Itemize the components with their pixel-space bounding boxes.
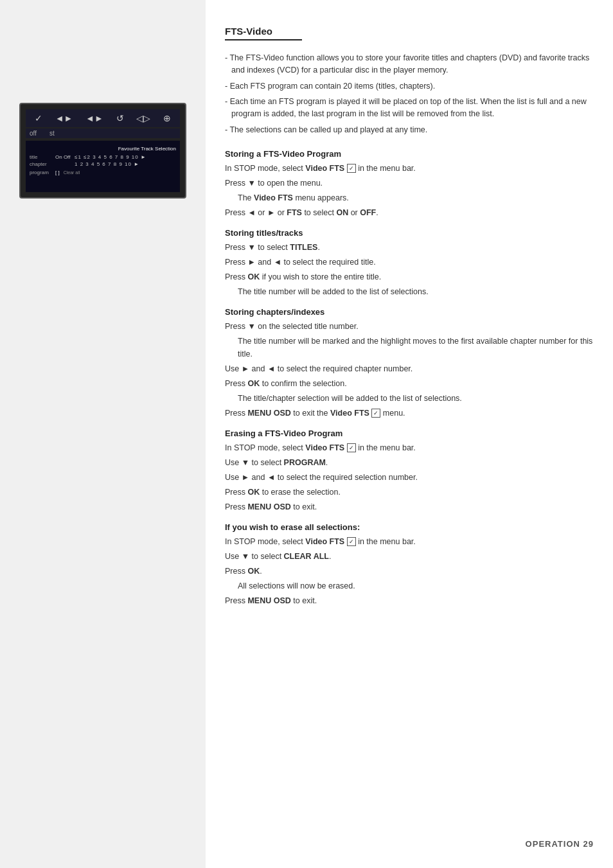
para-0-2: The Video FTS menu appears. [225,191,594,204]
para-1-0: Press ▼ to select TITLES. [225,241,594,254]
screen-body: Favourite Track Selection title On Off ≤… [26,141,180,192]
rewind-icon: ◄► [55,113,73,123]
para-0-3: Press ◄ or ► or FTS to select ON or OFF. [225,206,594,219]
title-nums: ≤1 ≤2 3 4 5 6 7 8 9 10 ► [75,154,176,160]
para-4-0: In STOP mode, select Video FTS ✓ in the … [225,535,594,548]
para-3-2: Use ► and ◄ to select the required selec… [225,471,594,484]
intro-list: - The FTS-Video function allows you to s… [225,52,594,136]
intro-item-1: - The FTS-Video function allows you to s… [225,52,594,76]
para-4-3: All selections will now be erased. [225,580,594,592]
on-off-label: On Off [55,154,75,160]
para-4-2: Press OK. [225,565,594,578]
para-2-2: Use ► and ◄ to select the required chapt… [225,362,594,375]
screen-row-chapter: chapter 1 2 3 4 5 6 7 8 9 10 ► [30,161,176,167]
clear-all-label: Clear all [64,170,80,175]
para-1-2: Press OK if you wish to store the entire… [225,270,594,283]
section-erasing-fts-title: Erasing a FTS-Video Program [225,429,594,438]
para-3-3: Press OK to erase the selection. [225,486,594,499]
section-storing-fts: Storing a FTS-Video Program In STOP mode… [225,149,594,219]
screen-top-bar: ✓ ◄► ◄► ↺ ◁▷ ⊕ [26,109,180,127]
para-2-1: The title number will be marked and the … [225,335,594,360]
para-2-3: Press OK to confirm the selection. [225,377,594,390]
para-4-1: Use ▼ to select CLEAR ALL. [225,550,594,563]
section-storing-chapters-title: Storing chapters/indexes [225,307,594,317]
para-1-1: Press ► and ◄ to select the required tit… [225,256,594,269]
program-brackets: [ ] [55,170,60,175]
skip-icon: ◁▷ [136,113,150,123]
check-icon-0: ✓ [347,164,356,173]
section-storing-chapters: Storing chapters/indexes Press ▼ on the … [225,307,594,420]
audio-icon: ◄► [85,113,103,123]
check-icon-3: ✓ [347,537,356,546]
screen-labels: off st [26,128,180,138]
left-panel: ✓ ◄► ◄► ↺ ◁▷ ⊕ off st Favourite Track Se… [0,0,206,868]
para-2-5: Press MENU OSD to exit the Video FTS ✓ m… [225,407,594,420]
page-number: OPERATION 29 [526,839,594,849]
para-2-0: Press ▼ on the selected title number. [225,320,594,333]
screen-row-title: title On Off ≤1 ≤2 3 4 5 6 7 8 9 10 ► [30,154,176,160]
right-panel: FTS-Video - The FTS-Video function allow… [206,0,613,868]
para-3-0: In STOP mode, select Video FTS ✓ in the … [225,441,594,454]
para-0-1: Press ▼ to open the menu. [225,177,594,190]
page-title: FTS-Video [225,26,302,40]
fav-track-title: Favourite Track Selection [30,146,176,152]
para-1-3: The title number will be added to the li… [225,285,594,298]
para-3-4: Press MENU OSD to exit. [225,500,594,513]
section-storing-titles-title: Storing titles/tracks [225,228,594,238]
para-4-4: Press MENU OSD to exit. [225,594,594,607]
plus-icon: ⊕ [163,113,171,123]
section-storing-fts-title: Storing a FTS-Video Program [225,149,594,159]
intro-item-3: - Each time an FTS program is played it … [225,96,594,120]
intro-section: - The FTS-Video function allows you to s… [225,52,594,136]
program-label: program [30,170,55,175]
screen-image: ✓ ◄► ◄► ↺ ◁▷ ⊕ off st Favourite Track Se… [19,103,186,199]
section-storing-titles: Storing titles/tracks Press ▼ to select … [225,228,594,298]
check-icon-2: ✓ [347,443,356,452]
checkmark-icon: ✓ [35,113,42,123]
title-row-label: title [30,154,55,160]
section-erasing-fts: Erasing a FTS-Video Program In STOP mode… [225,429,594,513]
check-icon-1: ✓ [371,409,380,418]
chapter-row-label: chapter [30,161,55,167]
intro-item-4: - The selections can be called up and pl… [225,124,594,136]
repeat-icon: ↺ [116,113,124,123]
section-erase-all-title: If you wish to erase all selections: [225,522,594,532]
para-2-4: The title/chapter selection will be adde… [225,392,594,405]
section-erase-all: If you wish to erase all selections: In … [225,522,594,607]
para-3-1: Use ▼ to select PROGRAM. [225,456,594,469]
intro-item-2: - Each FTS program can contain 20 items … [225,80,594,93]
para-0-0: In STOP mode, select Video FTS ✓ in the … [225,162,594,175]
screen-program-row: program [ ] Clear all [30,170,176,175]
st-label: st [49,130,55,137]
chapter-nums: 1 2 3 4 5 6 7 8 9 10 ► [75,161,176,167]
off-label: off [30,130,37,137]
screen-table: title On Off ≤1 ≤2 3 4 5 6 7 8 9 10 ► ch… [30,154,176,167]
